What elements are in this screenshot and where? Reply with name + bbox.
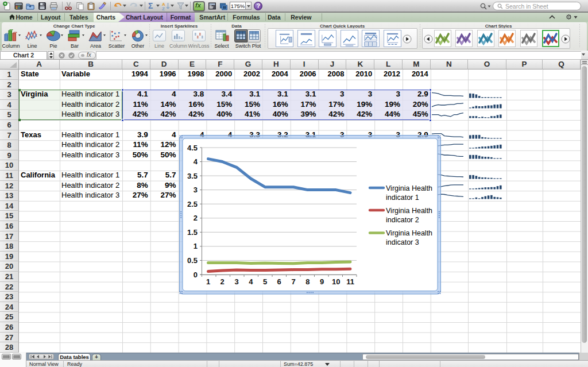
svg-text:11: 11 — [346, 277, 354, 286]
svg-text:2: 2 — [220, 277, 225, 286]
svg-text:2: 2 — [194, 214, 198, 222]
svg-text:4: 4 — [194, 157, 198, 166]
svg-text:Virginia Health: Virginia Health — [386, 207, 432, 215]
svg-text:indicator 1: indicator 1 — [386, 194, 419, 202]
svg-text:0.5: 0.5 — [187, 256, 198, 265]
svg-text:10: 10 — [332, 277, 340, 286]
svg-text:0: 0 — [194, 271, 198, 279]
svg-text:5: 5 — [263, 277, 267, 286]
svg-text:4.5: 4.5 — [187, 144, 198, 152]
svg-text:3: 3 — [194, 186, 198, 194]
svg-text:1: 1 — [206, 277, 210, 286]
svg-text:1: 1 — [194, 242, 198, 250]
svg-text:4: 4 — [249, 277, 253, 286]
svg-text:indicator 2: indicator 2 — [386, 216, 419, 224]
svg-text:1.5: 1.5 — [187, 228, 198, 237]
svg-text:Virginia Health: Virginia Health — [386, 229, 432, 237]
svg-text:2.5: 2.5 — [187, 200, 198, 208]
svg-text:7: 7 — [291, 277, 295, 286]
svg-text:3: 3 — [234, 277, 238, 286]
svg-text:9: 9 — [320, 277, 324, 286]
svg-text:indicator 3: indicator 3 — [386, 238, 419, 246]
svg-text:6: 6 — [277, 277, 281, 286]
svg-text:8: 8 — [305, 277, 310, 286]
svg-text:3.5: 3.5 — [187, 172, 198, 180]
svg-text:Z: Z — [162, 6, 165, 11]
svg-text:Virginia Health: Virginia Health — [386, 184, 432, 192]
